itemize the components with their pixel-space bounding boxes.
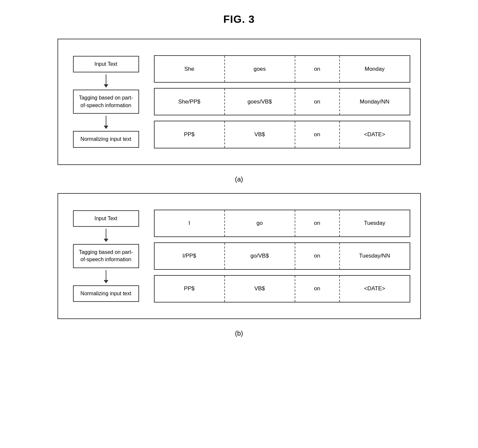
token-b3-3: on [295, 276, 340, 302]
token-a3-2: VB$ [225, 121, 295, 147]
normalizing-box-b: Normalizing input text [73, 285, 139, 302]
token-row-b1: I go on Tuesday [154, 210, 410, 237]
arrow-2-b [104, 270, 108, 283]
token-row-a1: She goes on Monday [154, 55, 410, 83]
tagging-box-a: Tagging based on part-of-speech informat… [73, 90, 139, 114]
token-a3-1: PP$ [155, 121, 225, 147]
right-column-a: She goes on Monday She/PP$ goes/VB$ on M… [154, 53, 410, 151]
input-text-box-a: Input Text [73, 56, 139, 72]
diagram-b: Input Text Tagging based on part-of-spee… [57, 193, 421, 319]
right-column-b: I go on Tuesday I/PP$ go/VB$ on Tuesday/… [154, 207, 410, 305]
token-row-b3: PP$ VB$ on <DATE> [154, 275, 410, 303]
caption-b: (b) [235, 330, 243, 337]
tagging-box-b: Tagging based on part-of-speech informat… [73, 244, 139, 268]
arrow-1-a [104, 74, 108, 88]
token-b1-4: Tuesday [340, 210, 410, 236]
token-a1-3: on [295, 56, 340, 82]
caption-a: (a) [235, 176, 243, 183]
token-b1-2: go [225, 210, 295, 236]
diagram-a: Input Text Tagging based on part-of-spee… [57, 39, 421, 165]
token-a3-3: on [295, 121, 340, 147]
token-row-a3: PP$ VB$ on <DATE> [154, 121, 410, 148]
token-b3-2: VB$ [225, 276, 295, 302]
token-a2-4: Monday/NN [340, 89, 410, 115]
token-b3-4: <DATE> [340, 276, 410, 302]
input-text-box-b: Input Text [73, 210, 139, 227]
left-column-b: Input Text Tagging based on part-of-spee… [68, 207, 144, 305]
token-row-b2: I/PP$ go/VB$ on Tuesday/NN [154, 242, 410, 270]
token-row-a2: She/PP$ goes/VB$ on Monday/NN [154, 88, 410, 115]
arrow-1-b [104, 229, 108, 242]
left-column-a: Input Text Tagging based on part-of-spee… [68, 53, 144, 151]
token-b2-2: go/VB$ [225, 243, 295, 269]
token-a1-2: goes [225, 56, 295, 82]
token-b2-4: Tuesday/NN [340, 243, 410, 269]
page-title: FIG. 3 [223, 13, 255, 25]
token-a3-4: <DATE> [340, 121, 410, 147]
token-b1-1: I [155, 210, 225, 236]
token-a2-1: She/PP$ [155, 89, 225, 115]
token-a2-3: on [295, 89, 340, 115]
token-a1-1: She [155, 56, 225, 82]
token-b3-1: PP$ [155, 276, 225, 302]
token-b1-3: on [295, 210, 340, 236]
arrow-2-a [104, 116, 108, 129]
token-a2-2: goes/VB$ [225, 89, 295, 115]
token-a1-4: Monday [340, 56, 410, 82]
token-b2-1: I/PP$ [155, 243, 225, 269]
token-b2-3: on [295, 243, 340, 269]
normalizing-box-a: Normalizing input text [73, 131, 139, 147]
